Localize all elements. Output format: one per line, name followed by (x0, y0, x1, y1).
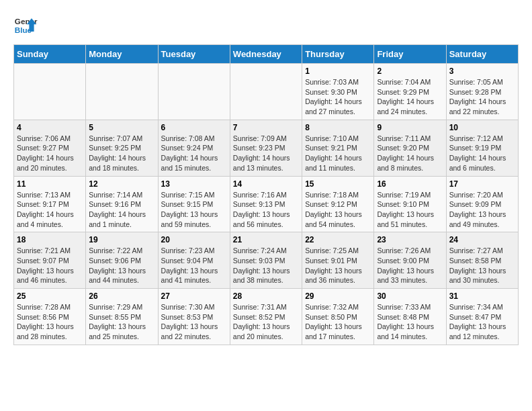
day-number: 10 (449, 123, 515, 132)
day-info: Sunrise: 7:23 AMSunset: 9:04 PMDaylight:… (161, 246, 227, 285)
day-info: Sunrise: 7:32 AMSunset: 8:50 PMDaylight:… (305, 302, 371, 342)
weekday-header-thursday: Thursday (302, 45, 374, 64)
day-info: Sunrise: 7:31 AMSunset: 8:52 PMDaylight:… (233, 302, 299, 342)
day-cell: 22Sunrise: 7:25 AMSunset: 9:01 PMDayligh… (302, 232, 374, 289)
day-number: 22 (305, 235, 371, 244)
day-info: Sunrise: 7:11 AMSunset: 9:20 PMDaylight:… (377, 134, 443, 173)
day-cell: 26Sunrise: 7:29 AMSunset: 8:55 PMDayligh… (86, 289, 158, 345)
day-cell: 13Sunrise: 7:15 AMSunset: 9:15 PMDayligh… (158, 176, 230, 232)
week-row-2: 4Sunrise: 7:06 AMSunset: 9:27 PMDaylight… (14, 120, 519, 176)
logo: General Blue (13, 13, 38, 38)
day-number: 2 (377, 66, 443, 76)
day-cell: 25Sunrise: 7:28 AMSunset: 8:56 PMDayligh… (14, 289, 86, 345)
day-number: 8 (305, 123, 371, 132)
day-number: 4 (17, 123, 83, 132)
day-info: Sunrise: 7:26 AMSunset: 9:00 PMDaylight:… (377, 246, 443, 285)
day-number: 6 (161, 123, 227, 132)
week-row-1: 1Sunrise: 7:03 AMSunset: 9:30 PMDaylight… (14, 64, 519, 120)
day-info: Sunrise: 7:30 AMSunset: 8:53 PMDaylight:… (161, 302, 227, 342)
day-cell: 16Sunrise: 7:19 AMSunset: 9:10 PMDayligh… (374, 176, 446, 232)
day-cell: 15Sunrise: 7:18 AMSunset: 9:12 PMDayligh… (302, 176, 374, 232)
day-info: Sunrise: 7:10 AMSunset: 9:21 PMDaylight:… (305, 134, 371, 173)
day-number: 11 (17, 179, 83, 189)
day-info: Sunrise: 7:04 AMSunset: 9:29 PMDaylight:… (377, 77, 443, 117)
day-cell: 24Sunrise: 7:27 AMSunset: 8:58 PMDayligh… (446, 232, 518, 289)
day-info: Sunrise: 7:28 AMSunset: 8:56 PMDaylight:… (17, 302, 83, 342)
day-number: 29 (305, 291, 371, 301)
day-info: Sunrise: 7:15 AMSunset: 9:15 PMDaylight:… (161, 190, 227, 230)
day-cell: 10Sunrise: 7:12 AMSunset: 9:19 PMDayligh… (446, 120, 518, 176)
day-info: Sunrise: 7:14 AMSunset: 9:16 PMDaylight:… (89, 190, 154, 230)
day-cell (86, 64, 158, 120)
day-cell: 29Sunrise: 7:32 AMSunset: 8:50 PMDayligh… (302, 289, 374, 345)
day-cell: 28Sunrise: 7:31 AMSunset: 8:52 PMDayligh… (230, 289, 302, 345)
day-number: 24 (449, 235, 515, 244)
day-info: Sunrise: 7:12 AMSunset: 9:19 PMDaylight:… (449, 134, 515, 173)
day-number: 14 (233, 179, 299, 189)
day-cell: 18Sunrise: 7:21 AMSunset: 9:07 PMDayligh… (14, 232, 86, 289)
day-cell (158, 64, 230, 120)
day-info: Sunrise: 7:29 AMSunset: 8:55 PMDaylight:… (89, 302, 154, 342)
weekday-header-friday: Friday (374, 45, 446, 64)
day-info: Sunrise: 7:19 AMSunset: 9:10 PMDaylight:… (377, 190, 443, 230)
day-cell: 23Sunrise: 7:26 AMSunset: 9:00 PMDayligh… (374, 232, 446, 289)
day-cell: 4Sunrise: 7:06 AMSunset: 9:27 PMDaylight… (14, 120, 86, 176)
weekday-header-row: SundayMondayTuesdayWednesdayThursdayFrid… (14, 45, 519, 64)
day-info: Sunrise: 7:06 AMSunset: 9:27 PMDaylight:… (17, 134, 83, 173)
day-info: Sunrise: 7:09 AMSunset: 9:23 PMDaylight:… (233, 134, 299, 173)
day-number: 23 (377, 235, 443, 244)
day-info: Sunrise: 7:05 AMSunset: 9:28 PMDaylight:… (449, 77, 515, 117)
day-cell: 14Sunrise: 7:16 AMSunset: 9:13 PMDayligh… (230, 176, 302, 232)
day-number: 20 (161, 235, 227, 244)
day-cell: 9Sunrise: 7:11 AMSunset: 9:20 PMDaylight… (374, 120, 446, 176)
day-number: 1 (305, 66, 371, 76)
day-number: 31 (449, 291, 515, 301)
day-number: 3 (449, 66, 515, 76)
day-info: Sunrise: 7:16 AMSunset: 9:13 PMDaylight:… (233, 190, 299, 230)
day-info: Sunrise: 7:07 AMSunset: 9:25 PMDaylight:… (89, 134, 154, 173)
day-cell: 7Sunrise: 7:09 AMSunset: 9:23 PMDaylight… (230, 120, 302, 176)
day-info: Sunrise: 7:22 AMSunset: 9:06 PMDaylight:… (89, 246, 154, 285)
day-cell (14, 64, 86, 120)
day-info: Sunrise: 7:27 AMSunset: 8:58 PMDaylight:… (449, 246, 515, 285)
day-info: Sunrise: 7:25 AMSunset: 9:01 PMDaylight:… (305, 246, 371, 285)
weekday-header-monday: Monday (86, 45, 158, 64)
logo-icon: General Blue (13, 13, 38, 38)
day-cell: 20Sunrise: 7:23 AMSunset: 9:04 PMDayligh… (158, 232, 230, 289)
header: General Blue (13, 13, 519, 38)
day-info: Sunrise: 7:24 AMSunset: 9:03 PMDaylight:… (233, 246, 299, 285)
day-cell (230, 64, 302, 120)
weekday-header-tuesday: Tuesday (158, 45, 230, 64)
day-number: 30 (377, 291, 443, 301)
day-cell: 27Sunrise: 7:30 AMSunset: 8:53 PMDayligh… (158, 289, 230, 345)
day-number: 15 (305, 179, 371, 189)
day-number: 28 (233, 291, 299, 301)
calendar-table: SundayMondayTuesdayWednesdayThursdayFrid… (13, 44, 519, 345)
day-cell: 3Sunrise: 7:05 AMSunset: 9:28 PMDaylight… (446, 64, 518, 120)
day-number: 17 (449, 179, 515, 189)
day-cell: 31Sunrise: 7:34 AMSunset: 8:47 PMDayligh… (446, 289, 518, 345)
day-number: 16 (377, 179, 443, 189)
day-cell: 8Sunrise: 7:10 AMSunset: 9:21 PMDaylight… (302, 120, 374, 176)
weekday-header-sunday: Sunday (14, 45, 86, 64)
day-cell: 19Sunrise: 7:22 AMSunset: 9:06 PMDayligh… (86, 232, 158, 289)
day-number: 9 (377, 123, 443, 132)
day-number: 12 (89, 179, 154, 189)
day-cell: 1Sunrise: 7:03 AMSunset: 9:30 PMDaylight… (302, 64, 374, 120)
day-info: Sunrise: 7:33 AMSunset: 8:48 PMDaylight:… (377, 302, 443, 342)
day-number: 27 (161, 291, 227, 301)
week-row-3: 11Sunrise: 7:13 AMSunset: 9:17 PMDayligh… (14, 176, 519, 232)
day-cell: 12Sunrise: 7:14 AMSunset: 9:16 PMDayligh… (86, 176, 158, 232)
day-cell: 11Sunrise: 7:13 AMSunset: 9:17 PMDayligh… (14, 176, 86, 232)
day-cell: 2Sunrise: 7:04 AMSunset: 9:29 PMDaylight… (374, 64, 446, 120)
week-row-4: 18Sunrise: 7:21 AMSunset: 9:07 PMDayligh… (14, 232, 519, 289)
day-cell: 30Sunrise: 7:33 AMSunset: 8:48 PMDayligh… (374, 289, 446, 345)
day-number: 25 (17, 291, 83, 301)
day-cell: 6Sunrise: 7:08 AMSunset: 9:24 PMDaylight… (158, 120, 230, 176)
week-row-5: 25Sunrise: 7:28 AMSunset: 8:56 PMDayligh… (14, 289, 519, 345)
day-info: Sunrise: 7:03 AMSunset: 9:30 PMDaylight:… (305, 77, 371, 117)
day-info: Sunrise: 7:18 AMSunset: 9:12 PMDaylight:… (305, 190, 371, 230)
day-cell: 5Sunrise: 7:07 AMSunset: 9:25 PMDaylight… (86, 120, 158, 176)
day-number: 26 (89, 291, 154, 301)
day-number: 18 (17, 235, 83, 244)
